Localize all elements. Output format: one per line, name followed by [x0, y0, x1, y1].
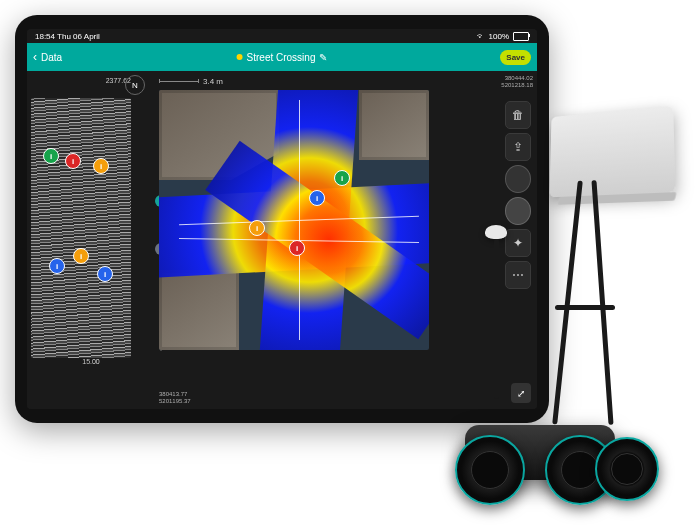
content-area: N 2377.62 iiiiii 15.00 0.73 1.00 3.4 m [27, 71, 537, 409]
chevron-left-icon: ‹ [33, 50, 37, 64]
coord-bl-x: 380413.77 [159, 391, 191, 398]
coord-tr-x: 380444.02 [501, 75, 533, 82]
project-title: Street Crossing [247, 52, 316, 63]
settings-icon[interactable]: ⋯ [505, 261, 531, 289]
tablet-frame: 18:54 Thu 06 April ᯤ 100% ‹ Data Street … [15, 15, 549, 423]
radargram-view[interactable]: iiiiii [31, 98, 131, 358]
handle-crossbar [555, 305, 615, 310]
right-toolbar: 🗑⇪✦⋯ [505, 101, 531, 289]
radar-pin-red[interactable]: i [65, 153, 81, 169]
battery-icon [513, 32, 529, 41]
map-panel: 3.4 m 380444.02 5201218.18 iiii [155, 71, 537, 409]
save-button[interactable]: Save [500, 50, 531, 65]
back-button[interactable]: ‹ Data [33, 50, 62, 64]
scale-line-icon [159, 81, 199, 82]
radar-pin-green[interactable]: i [43, 148, 59, 164]
share-icon[interactable]: ⇪ [505, 133, 531, 161]
coords-top-right: 380444.02 5201218.18 [501, 75, 533, 89]
radar-pin-yellow[interactable]: i [93, 158, 109, 174]
scale-bar: 3.4 m [159, 77, 533, 86]
map-pin-red[interactable]: i [289, 240, 305, 256]
building-shape [159, 270, 239, 350]
radar-pin-blue[interactable]: i [49, 258, 65, 274]
app-screen: 18:54 Thu 06 April ᯤ 100% ‹ Data Street … [27, 29, 537, 409]
utility-line [299, 100, 300, 340]
title-group[interactable]: Street Crossing ✎ [237, 52, 328, 63]
back-label: Data [41, 52, 62, 63]
laptop-shape [549, 106, 675, 198]
status-bar: 18:54 Thu 06 April ᯤ 100% [27, 29, 537, 43]
status-time: 18:54 [35, 32, 55, 41]
wheel-shape [595, 437, 659, 501]
scale-label: 3.4 m [203, 77, 223, 86]
layer-a[interactable] [505, 165, 531, 193]
battery-pct: 100% [489, 32, 509, 41]
wifi-icon: ᯤ [477, 32, 485, 41]
radargram-panel: N 2377.62 iiiiii 15.00 [27, 71, 155, 409]
gpr-cart-body [465, 425, 615, 480]
radar-pin-yellow[interactable]: i [73, 248, 89, 264]
building-shape [359, 90, 429, 160]
tools-icon[interactable]: ✦ [505, 229, 531, 257]
map-pin-blue[interactable]: i [309, 190, 325, 206]
status-time-date: 18:54 Thu 06 April [35, 32, 100, 41]
status-dot-icon [237, 54, 243, 60]
compass-icon[interactable]: N [125, 75, 145, 95]
status-right: ᯤ 100% [477, 32, 529, 41]
wheel-shape [545, 435, 615, 505]
status-date: Thu 06 April [57, 32, 100, 41]
map-view[interactable]: iiii [159, 90, 429, 350]
radar-pin-blue[interactable]: i [97, 266, 113, 282]
wheel-shape [455, 435, 525, 505]
handle-shape [552, 180, 583, 424]
layer-b[interactable] [505, 197, 531, 225]
expand-button[interactable]: ⤢ [511, 383, 531, 403]
coord-bl-y: 5201195.37 [159, 398, 191, 405]
coord-tr-y: 5201218.18 [501, 82, 533, 89]
coords-bottom-left: 380413.77 5201195.37 [159, 391, 191, 405]
handle-shape [591, 180, 613, 425]
app-bar: ‹ Data Street Crossing ✎ Save [27, 43, 537, 71]
pencil-icon: ✎ [319, 52, 327, 63]
trash-icon[interactable]: 🗑 [505, 101, 531, 129]
map-pin-yellow[interactable]: i [249, 220, 265, 236]
map-pin-green[interactable]: i [334, 170, 350, 186]
expand-icon: ⤢ [517, 388, 525, 399]
radar-width-value: 15.00 [31, 358, 151, 365]
